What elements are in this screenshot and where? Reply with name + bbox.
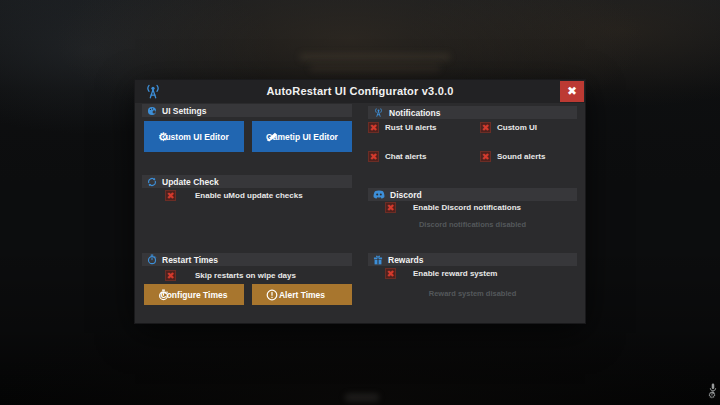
section-header-update-check: Update Check [142, 175, 352, 188]
configure-times-button[interactable]: Configure Times [144, 284, 244, 305]
stopwatch-icon [147, 254, 157, 265]
checkbox-unchecked-icon[interactable]: ✖ [385, 202, 396, 213]
blurred-hud-counter [345, 394, 379, 401]
checkbox-unchecked-icon[interactable]: ✖ [480, 151, 491, 162]
button-label: Configure Times [161, 290, 228, 300]
alert-exclamation-icon [266, 289, 278, 301]
alert-times-button[interactable]: Alert Times [252, 284, 352, 305]
rust-ui-alerts-row: ✖ Rust UI alerts [368, 122, 437, 133]
checkbox-label: Custom UI [497, 123, 537, 132]
checkbox-unchecked-icon[interactable]: ✖ [368, 122, 379, 133]
section-title: UI Settings [162, 106, 206, 116]
paintbrush-icon [266, 131, 279, 142]
checkbox-label: Chat alerts [385, 152, 426, 161]
blurred-background-text [310, 64, 440, 72]
settings-gear-icon[interactable]: ⚙ [708, 391, 716, 400]
section-header-ui-settings: UI Settings [142, 104, 352, 117]
sound-alerts-row: ✖ Sound alerts [480, 151, 545, 162]
checkbox-unchecked-icon[interactable]: ✖ [385, 268, 396, 279]
checkbox-label: Enable reward system [413, 269, 497, 278]
refresh-icon [147, 177, 157, 187]
custom-ui-row: ✖ Custom UI [480, 122, 537, 133]
stopwatch-icon [158, 289, 169, 301]
discord-icon [373, 190, 385, 199]
skip-wipe-checkbox-row: ✖ Skip restarts on wipe days [165, 270, 296, 281]
checkbox-label: Sound alerts [497, 152, 545, 161]
discord-status-text: Discord notifications disabled [368, 220, 577, 229]
autorestart-configurator-window: AutoRestart UI Configurator v3.0.0 ✖ UI … [135, 80, 585, 323]
checkbox-label: Rust UI alerts [385, 123, 437, 132]
section-header-discord: Discord [368, 188, 577, 201]
button-label: Custom UI Editor [159, 132, 228, 142]
section-header-rewards: Rewards [368, 253, 577, 266]
checkbox-label: Enable uMod update checks [195, 191, 303, 200]
gear-icon: ⚙ [158, 131, 169, 143]
custom-ui-editor-button[interactable]: ⚙ Custom UI Editor [144, 121, 244, 152]
checkbox-unchecked-icon[interactable]: ✖ [368, 151, 379, 162]
window-title: AutoRestart UI Configurator v3.0.0 [135, 80, 585, 103]
section-title: Rewards [388, 255, 423, 265]
close-button[interactable]: ✖ [560, 81, 584, 102]
umod-update-checkbox-row: ✖ Enable uMod update checks [165, 190, 303, 201]
checkbox-label: Skip restarts on wipe days [195, 271, 296, 280]
button-label: Alert Times [279, 290, 325, 300]
discord-notifications-row: ✖ Enable Discord notifications [385, 202, 521, 213]
checkbox-unchecked-icon[interactable]: ✖ [480, 122, 491, 133]
gift-icon [373, 255, 383, 265]
checkbox-label: Enable Discord notifications [413, 203, 521, 212]
section-title: Restart Times [162, 255, 218, 265]
reward-system-row: ✖ Enable reward system [385, 268, 497, 279]
section-title: Discord [390, 190, 422, 200]
rewards-status-text: Reward system disabled [368, 289, 577, 298]
blurred-background-text [300, 53, 450, 61]
section-title: Notifications [389, 108, 440, 118]
checkbox-unchecked-icon[interactable]: ✖ [165, 190, 176, 201]
gametip-ui-editor-button[interactable]: Gametip UI Editor [252, 121, 352, 152]
section-header-restart-times: Restart Times [142, 253, 352, 266]
checkbox-unchecked-icon[interactable]: ✖ [165, 270, 176, 281]
antenna-icon [373, 107, 384, 118]
chat-alerts-row: ✖ Chat alerts [368, 151, 426, 162]
section-title: Update Check [162, 177, 219, 187]
section-header-notifications: Notifications [368, 106, 577, 119]
titlebar: AutoRestart UI Configurator v3.0.0 ✖ [135, 80, 585, 103]
palette-icon [147, 106, 157, 116]
